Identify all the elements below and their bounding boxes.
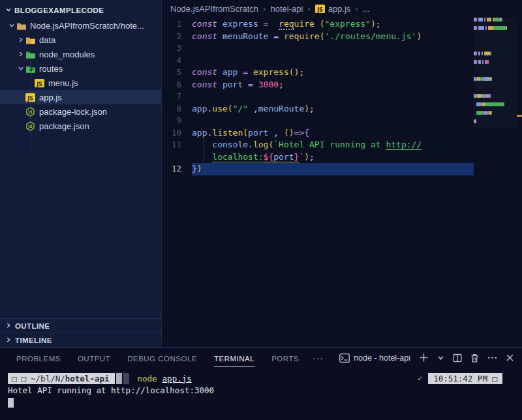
tree-item-node-jsapifromscratch-hote-[interactable]: Node.jsAPIfromScratch/hote...	[0, 18, 161, 33]
code-line[interactable]: 7	[162, 91, 474, 103]
code-token: (	[243, 128, 248, 138]
code-token: req	[279, 19, 294, 30]
code-line[interactable]: 10app.listen(port , ()=>{	[162, 127, 474, 140]
code-token: express	[223, 19, 258, 29]
chevron-down-icon	[8, 22, 15, 29]
code-line[interactable]: 8app.use("/" ,menuRoute);	[162, 103, 474, 115]
code-token: ;	[309, 104, 315, 113]
routes-folder-icon	[25, 65, 36, 73]
line-number: 9	[162, 115, 192, 127]
code-token	[268, 19, 279, 29]
tree-item-data[interactable]: data	[0, 33, 161, 47]
terminal-picker-chevron-icon[interactable]	[437, 354, 444, 361]
minimap-row	[474, 26, 517, 30]
prompt-glyph-box-icon: □	[22, 374, 27, 383]
panel-tabs: PROBLEMSOUTPUTDEBUG CONSOLETERMINALPORTS	[8, 349, 307, 367]
tree-item-label: data	[39, 35, 55, 45]
code-line[interactable]: 5const app = express();	[162, 67, 474, 79]
clock-glyph-box-icon: □	[492, 374, 497, 383]
code-token: localhost:	[212, 152, 263, 162]
breadcrumb-item[interactable]: Node.jsAPIfromScratch	[170, 4, 258, 14]
breadcrumb-item[interactable]: hotel-api	[270, 4, 303, 14]
panel-tab-bar: PROBLEMSOUTPUTDEBUG CONSOLETERMINALPORTS…	[0, 348, 522, 368]
tree-item-label: node_modules	[39, 50, 95, 59]
code-line[interactable]: 1const express = require ("express");	[162, 18, 474, 31]
more-actions-icon[interactable]	[487, 356, 497, 359]
line-number: 5	[162, 67, 192, 79]
code-token: =>	[294, 128, 305, 138]
editor-indent-guide	[204, 139, 204, 163]
code-line-highlighted[interactable]: 12})	[162, 163, 474, 175]
minimap-token	[485, 26, 487, 30]
prompt-path-folder: hotel-api	[65, 374, 110, 383]
tree-item-package-lock-json[interactable]: JSpackage-lock.json	[0, 104, 161, 119]
close-panel-icon[interactable]	[506, 353, 514, 362]
panel-tab-debug-console[interactable]: DEBUG CONSOLE	[127, 349, 197, 367]
code-editor[interactable]: 1const express = require ("express");2co…	[162, 18, 474, 175]
code-token	[258, 19, 264, 29]
split-terminal-icon[interactable]	[453, 353, 462, 363]
more-tabs-icon[interactable]: ···	[313, 353, 324, 363]
code-token: uire	[294, 19, 315, 29]
vscode-window: BLOGGEXAMPLECODE Node.jsAPIfromScratch/h…	[0, 0, 522, 420]
prompt-separator-block-dark	[123, 373, 129, 384]
minimap-token	[487, 60, 489, 64]
line-number: 6	[162, 79, 192, 91]
panel-tab-ports[interactable]: PORTS	[271, 349, 299, 367]
breadcrumb-item[interactable]: JSapp.js	[315, 4, 351, 14]
tree-icon-slot	[16, 22, 30, 30]
code-line-text	[192, 55, 474, 67]
tree-item-routes[interactable]: routes	[0, 61, 161, 76]
js-file-icon: JS	[25, 93, 35, 102]
breadcrumb: Node.jsAPIfromScratch›hotel-api›JSapp.js…	[162, 0, 522, 17]
terminal-instance-chip[interactable]: node - hotel-api	[339, 353, 410, 363]
code-line[interactable]: 4	[162, 55, 474, 67]
code-token: console	[212, 140, 248, 149]
terminal-view[interactable]: □ □ ~/bl/N/hotel-api nodeapp.js ✓ 10:51:…	[0, 368, 522, 408]
line-number: 11	[162, 139, 192, 151]
panel-actions: node - hotel-api	[339, 353, 514, 363]
code-token	[192, 140, 212, 149]
panel-tab-terminal[interactable]: TERMINAL	[214, 349, 254, 367]
code-line-text: localhost:${port}`);	[192, 151, 474, 164]
code-line[interactable]: 9	[162, 115, 474, 127]
sidebar-section-timeline[interactable]: TIMELINE	[0, 333, 161, 347]
minimap-token	[475, 119, 476, 123]
code-token: app	[192, 128, 207, 138]
tree-item-package-json[interactable]: JSpackage.json	[0, 119, 161, 133]
prompt-path-segment: □ □ ~/bl/N/hotel-api	[8, 373, 115, 384]
new-terminal-plus-icon[interactable]	[419, 353, 429, 363]
sidebar-section-outline[interactable]: OUTLINE	[0, 318, 161, 333]
section-chevron	[5, 337, 12, 344]
tree-icon-slot	[25, 65, 39, 73]
code-token: ;	[376, 19, 381, 29]
breadcrumb-item[interactable]: ...	[363, 4, 370, 14]
code-line[interactable]: 11 console.log(`Hotel API running at htt…	[162, 139, 474, 151]
minimap-token	[491, 111, 492, 115]
panel-tab-output[interactable]: OUTPUT	[78, 349, 110, 367]
tree-item-app-js[interactable]: JSapp.js	[0, 90, 161, 104]
node-package-icon: JS	[25, 107, 35, 117]
code-line[interactable]: localhost:${port}`);	[162, 151, 474, 164]
svg-text:JS: JS	[27, 110, 33, 115]
code-line[interactable]: 6const port = 3000;	[162, 79, 474, 91]
panel-tab-problems[interactable]: PROBLEMS	[16, 349, 61, 367]
code-line[interactable]: 2const menuRoute = require('./routes/men…	[162, 31, 474, 43]
tree-icon-slot	[25, 36, 39, 44]
kill-terminal-trash-icon[interactable]	[470, 353, 479, 363]
minimap-token	[484, 52, 489, 55]
explorer-root-header[interactable]: BLOGGEXAMPLECODE	[0, 3, 161, 18]
code-token: express	[253, 67, 289, 77]
section-label: OUTLINE	[15, 322, 50, 330]
minimap-row	[474, 18, 517, 22]
clock-time: 10:51:42 PM	[433, 374, 487, 383]
tree-item-menu-js[interactable]: JSmenu.js	[0, 76, 161, 90]
code-line[interactable]: 3	[162, 42, 474, 55]
minimap-row	[474, 60, 517, 64]
svg-text:JS: JS	[27, 124, 33, 129]
chevron-down-icon	[5, 7, 12, 14]
code-token: (	[228, 104, 233, 113]
minimap[interactable]	[474, 18, 517, 128]
tree-item-node-modules[interactable]: node_modules	[0, 47, 161, 61]
line-number: 7	[162, 91, 192, 103]
